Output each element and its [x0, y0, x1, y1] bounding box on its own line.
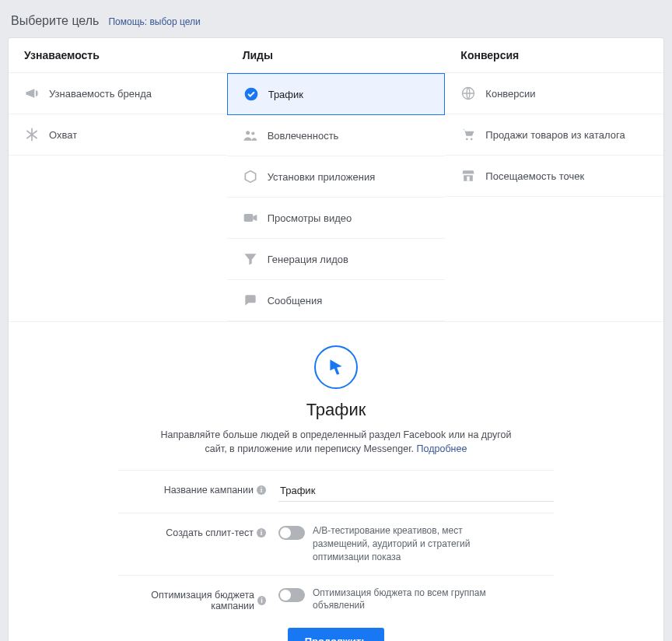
objective-details: Трафик Направляйте больше людей в опреде…	[9, 322, 663, 641]
objective-label: Охват	[49, 129, 77, 141]
help-link[interactable]: Помощь: выбор цели	[108, 16, 200, 27]
detail-title: Трафик	[24, 400, 648, 420]
column-header-conversion: Конверсия	[445, 38, 663, 73]
budget-opt-label: Оптимизация бюджета кампании	[118, 590, 254, 611]
svg-point-5	[466, 138, 468, 141]
column-consideration: Лиды Трафик Вовлеченность	[227, 38, 446, 321]
megaphone-icon	[24, 86, 40, 101]
objective-label: Просмотры видео	[268, 212, 352, 224]
column-header-awareness: Узнаваемость	[9, 38, 227, 73]
objective-app-installs[interactable]: Установки приложения	[227, 156, 446, 198]
learn-more-link[interactable]: Подробнее	[417, 443, 467, 454]
objective-label: Конверсии	[485, 88, 535, 100]
campaign-name-input[interactable]	[278, 482, 554, 502]
cart-icon	[460, 127, 476, 142]
globe-icon	[460, 86, 476, 101]
info-icon[interactable]: i	[257, 596, 266, 605]
snowflake-icon	[24, 127, 40, 142]
objective-label: Продажи товаров из каталога	[485, 129, 625, 141]
page-title: Выберите цель	[11, 14, 99, 28]
cursor-icon	[314, 345, 358, 389]
info-icon[interactable]: i	[257, 528, 266, 538]
objective-label: Вовлеченность	[268, 130, 339, 142]
objective-engagement[interactable]: Вовлеченность	[227, 115, 446, 156]
store-icon	[460, 168, 476, 184]
chat-icon	[243, 292, 258, 308]
svg-rect-3	[243, 214, 253, 222]
objective-label: Трафик	[268, 89, 303, 100]
objective-lead-generation[interactable]: Генерация лидов	[227, 239, 446, 280]
objective-video-views[interactable]: Просмотры видео	[227, 198, 446, 239]
svg-rect-7	[467, 177, 470, 181]
campaign-name-label: Название кампании	[164, 485, 254, 496]
column-conversion: Конверсия Конверсии Продажи товаров из к…	[445, 38, 663, 321]
objective-traffic[interactable]: Трафик	[227, 73, 446, 115]
video-icon	[243, 210, 258, 226]
column-header-consideration: Лиды	[227, 38, 446, 73]
objective-brand-awareness[interactable]: Узнаваемость бренда	[9, 73, 227, 114]
continue-button[interactable]: Продолжить	[288, 628, 385, 641]
people-icon	[243, 128, 258, 143]
objective-messages[interactable]: Сообщения	[227, 280, 446, 321]
check-circle-icon	[243, 86, 259, 102]
budget-opt-help: Оптимизация бюджета по всем группам объя…	[313, 587, 515, 613]
objective-label: Узнаваемость бренда	[49, 88, 152, 100]
objective-catalog-sales[interactable]: Продажи товаров из каталога	[445, 114, 663, 156]
svg-point-1	[246, 131, 250, 135]
split-test-toggle[interactable]	[278, 526, 305, 540]
objective-card: Узнаваемость Узнаваемость бренда Охват Л…	[8, 37, 664, 641]
objective-label: Сообщения	[268, 295, 323, 306]
budget-opt-toggle[interactable]	[278, 588, 305, 602]
objective-label: Генерация лидов	[268, 254, 348, 265]
objective-conversions[interactable]: Конверсии	[445, 73, 663, 114]
detail-description: Направляйте больше людей в определенный …	[157, 428, 515, 456]
split-test-label: Создать сплит-тест	[166, 527, 254, 538]
box-icon	[243, 169, 258, 184]
objective-store-visits[interactable]: Посещаемость точек	[445, 156, 663, 197]
objective-reach[interactable]: Охват	[9, 114, 227, 156]
column-awareness: Узнаваемость Узнаваемость бренда Охват	[9, 38, 227, 321]
objective-label: Посещаемость точек	[485, 170, 584, 182]
funnel-icon	[243, 251, 258, 267]
campaign-form: Название кампании i Создать сплит-тест i	[118, 470, 554, 623]
split-test-help: A/B-тестирование креативов, мест размеще…	[313, 524, 515, 563]
objective-label: Установки приложения	[268, 171, 376, 183]
svg-point-6	[471, 138, 473, 141]
svg-point-2	[251, 131, 254, 135]
objective-grid: Узнаваемость Узнаваемость бренда Охват Л…	[9, 38, 663, 322]
info-icon[interactable]: i	[257, 485, 266, 495]
